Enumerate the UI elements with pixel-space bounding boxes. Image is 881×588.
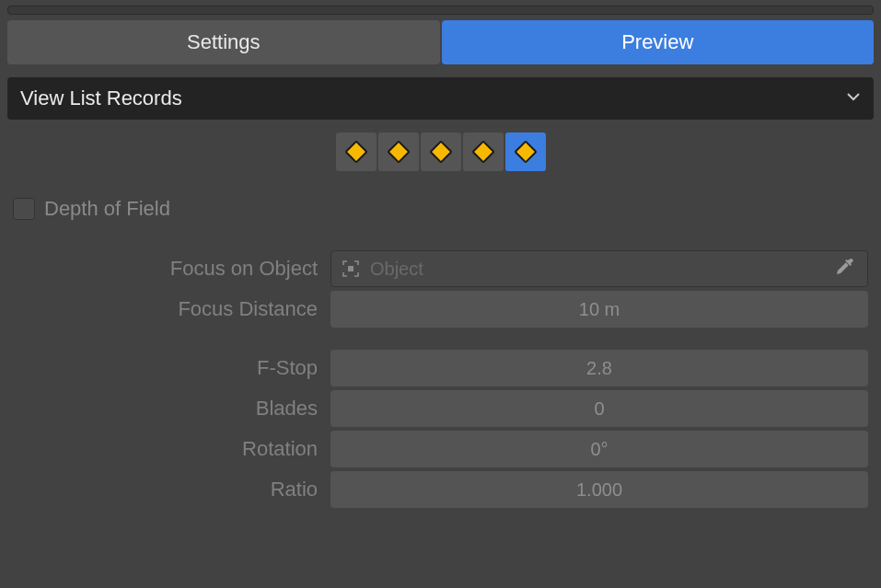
dropdown-label: View List Records — [20, 86, 182, 110]
panel-top-divider — [7, 6, 874, 15]
rotation-value: 0° — [590, 439, 608, 460]
ratio-label: Ratio — [13, 478, 330, 502]
tab-bar: Settings Preview — [7, 20, 874, 64]
chevron-down-icon — [846, 89, 861, 108]
focus-on-object-label: Focus on Object — [13, 257, 330, 281]
focus-distance-field[interactable]: 10 m — [330, 291, 868, 328]
keyframe-diamond-icon — [387, 140, 410, 163]
keyframe-diamond-icon — [429, 140, 452, 163]
tab-settings-label: Settings — [187, 30, 261, 54]
keyframe-button-4[interactable] — [463, 133, 504, 171]
fstop-label: F-Stop — [13, 356, 330, 380]
focus-distance-label: Focus Distance — [13, 297, 330, 321]
focus-on-object-row: Focus on Object Object — [7, 250, 874, 287]
keyframe-diamond-icon — [471, 140, 494, 163]
keyframe-button-1[interactable] — [336, 133, 377, 171]
rotation-field[interactable]: 0° — [330, 431, 868, 467]
keyframe-button-2[interactable] — [378, 133, 419, 171]
fstop-value: 2.8 — [586, 358, 612, 379]
ratio-row: Ratio 1.000 — [7, 471, 874, 508]
depth-of-field-label[interactable]: Depth of Field — [44, 197, 170, 221]
depth-of-field-toggle-row: Depth of Field — [7, 197, 874, 221]
focus-distance-value: 10 m — [579, 299, 620, 320]
fstop-row: F-Stop 2.8 — [7, 350, 874, 386]
keyframe-toolbar — [7, 133, 874, 171]
rotation-label: Rotation — [13, 437, 330, 461]
keyframe-button-5[interactable] — [505, 133, 546, 171]
svg-rect-0 — [348, 266, 354, 271]
tab-preview-label: Preview — [621, 30, 693, 54]
fstop-field[interactable]: 2.8 — [330, 350, 868, 386]
focus-on-object-placeholder: Object — [370, 259, 821, 280]
depth-of-field-checkbox[interactable] — [13, 198, 35, 220]
keyframe-button-3[interactable] — [421, 133, 461, 171]
focus-distance-row: Focus Distance 10 m — [7, 291, 874, 328]
tab-settings[interactable]: Settings — [7, 20, 440, 64]
blades-value: 0 — [594, 398, 604, 420]
eyedropper-icon[interactable] — [830, 257, 858, 282]
keyframe-diamond-icon — [344, 140, 367, 163]
blades-label: Blades — [13, 397, 330, 421]
blades-row: Blades 0 — [7, 390, 874, 427]
ratio-field[interactable]: 1.000 — [330, 471, 868, 508]
focus-on-object-field[interactable]: Object — [330, 250, 868, 287]
rotation-row: Rotation 0° — [7, 431, 874, 467]
tab-preview[interactable]: Preview — [442, 20, 875, 64]
object-target-icon — [341, 259, 361, 279]
ratio-value: 1.000 — [576, 479, 622, 501]
blades-field[interactable]: 0 — [330, 390, 868, 427]
view-list-records-dropdown[interactable]: View List Records — [7, 77, 874, 120]
keyframe-diamond-icon — [514, 140, 537, 163]
